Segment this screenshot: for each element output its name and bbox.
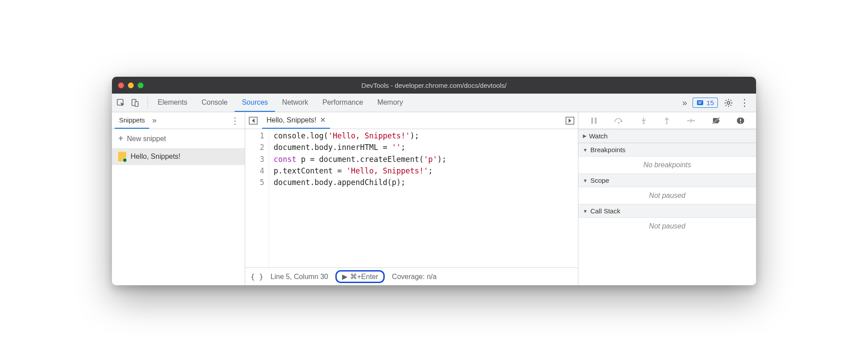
svg-point-12 — [643, 122, 645, 124]
debugger-toolbar — [578, 112, 756, 129]
tab-sources[interactable]: Sources — [235, 94, 275, 112]
panel-tabs: ElementsConsoleSourcesNetworkPerformance… — [151, 94, 679, 112]
editor-header: Hello, Snippets! ✕ — [245, 112, 578, 129]
disclosure-triangle-icon: ▶ — [583, 133, 586, 139]
tab-performance[interactable]: Performance — [315, 94, 370, 112]
svg-point-6 — [727, 102, 730, 104]
section-body: Not paused — [578, 187, 756, 204]
snippet-item-label: Hello, Snippets! — [131, 153, 180, 161]
step-out-icon[interactable] — [663, 117, 670, 125]
navigator-header: Snippets » ⋮ — [112, 112, 245, 129]
snippet-file-icon — [118, 152, 126, 161]
main-area: Snippets » ⋮ + New snippet Hello, Snippe… — [112, 112, 756, 285]
call-stack-section[interactable]: ▼Call Stack — [578, 204, 756, 218]
coverage-label: Coverage: n/a — [392, 273, 437, 281]
play-icon: ▶ — [342, 272, 347, 281]
svg-rect-5 — [698, 103, 701, 103]
tab-network[interactable]: Network — [275, 94, 315, 112]
debugger-pane: ▶Watch▼BreakpointsNo breakpoints▼ScopeNo… — [578, 112, 756, 285]
svg-rect-17 — [740, 119, 741, 121]
main-toolbar: ElementsConsoleSourcesNetworkPerformance… — [112, 94, 756, 112]
code-content: console.log('Hello, Snippets!');document… — [269, 130, 446, 268]
file-tab-label: Hello, Snippets! — [267, 116, 316, 124]
disclosure-triangle-icon: ▼ — [583, 178, 588, 183]
more-tabs-icon[interactable]: » — [679, 98, 690, 108]
svg-rect-3 — [697, 100, 703, 105]
svg-rect-9 — [591, 118, 593, 124]
section-label: Call Stack — [590, 207, 621, 215]
code-editor[interactable]: 12345 console.log('Hello, Snippets!');do… — [245, 129, 578, 268]
svg-rect-18 — [740, 122, 741, 123]
divider — [147, 97, 148, 108]
inspect-element-icon[interactable] — [115, 98, 126, 108]
svg-point-13 — [666, 122, 668, 124]
navigator-menu-icon[interactable]: ⋮ — [228, 115, 242, 126]
close-tab-icon[interactable]: ✕ — [320, 116, 326, 124]
svg-point-11 — [618, 122, 620, 124]
zoom-window-icon[interactable] — [138, 83, 143, 88]
step-into-icon[interactable] — [640, 117, 647, 125]
tab-console[interactable]: Console — [195, 94, 235, 112]
kebab-menu-icon[interactable]: ⋮ — [739, 98, 750, 108]
pretty-print-button[interactable]: { } — [251, 272, 263, 281]
devtools-window: DevTools - developer.chrome.com/docs/dev… — [112, 77, 756, 285]
disclosure-triangle-icon: ▼ — [583, 147, 588, 153]
line-gutter: 12345 — [245, 130, 269, 268]
svg-rect-10 — [595, 118, 597, 124]
scope-section[interactable]: ▼Scope — [578, 173, 756, 187]
device-toggle-icon[interactable] — [130, 98, 140, 108]
titlebar: DevTools - developer.chrome.com/docs/dev… — [112, 77, 756, 94]
run-shortcut-label: ⌘+Enter — [350, 272, 378, 281]
pause-icon[interactable] — [590, 117, 598, 125]
snippet-item[interactable]: Hello, Snippets! — [112, 148, 245, 165]
section-label: Scope — [590, 177, 609, 184]
new-snippet-label: New snippet — [127, 135, 166, 143]
hide-debugger-icon[interactable] — [565, 117, 574, 125]
snippets-tab[interactable]: Snippets — [115, 112, 149, 129]
window-title: DevTools - developer.chrome.com/docs/dev… — [112, 82, 756, 89]
tab-elements[interactable]: Elements — [151, 94, 195, 112]
more-navigator-tabs-icon[interactable]: » — [152, 116, 156, 125]
minimize-window-icon[interactable] — [128, 83, 134, 88]
deactivate-breakpoints-icon[interactable] — [712, 117, 721, 125]
issues-button[interactable]: 15 — [693, 98, 718, 108]
tab-memory[interactable]: Memory — [370, 94, 410, 112]
watch-section[interactable]: ▶Watch — [578, 129, 756, 143]
traffic-lights — [118, 83, 143, 88]
step-icon[interactable] — [686, 117, 695, 125]
settings-icon[interactable] — [723, 98, 734, 108]
issues-count: 15 — [706, 99, 714, 106]
cursor-position: Line 5, Column 30 — [271, 273, 328, 281]
svg-rect-4 — [698, 102, 702, 102]
section-label: Watch — [589, 132, 608, 140]
pause-on-exceptions-icon[interactable] — [737, 117, 745, 125]
section-body: Not paused — [578, 218, 756, 235]
breakpoints-section[interactable]: ▼Breakpoints — [578, 143, 756, 157]
section-body: No breakpoints — [578, 157, 756, 173]
plus-icon: + — [118, 134, 123, 144]
file-tab[interactable]: Hello, Snippets! ✕ — [262, 112, 330, 129]
step-over-icon[interactable] — [614, 117, 624, 125]
section-label: Breakpoints — [590, 146, 625, 153]
new-snippet-button[interactable]: + New snippet — [112, 129, 245, 148]
editor-footer: { } Line 5, Column 30 ▶ ⌘+Enter Coverage… — [245, 268, 578, 285]
svg-point-14 — [693, 120, 695, 122]
close-window-icon[interactable] — [118, 83, 124, 88]
editor-pane: Hello, Snippets! ✕ 12345 console.log('He… — [245, 112, 578, 285]
svg-rect-2 — [135, 102, 138, 106]
disclosure-triangle-icon: ▼ — [583, 209, 588, 214]
navigator-pane: Snippets » ⋮ + New snippet Hello, Snippe… — [112, 112, 245, 285]
hide-navigator-icon[interactable] — [249, 117, 258, 125]
run-snippet-button[interactable]: ▶ ⌘+Enter — [335, 270, 385, 283]
